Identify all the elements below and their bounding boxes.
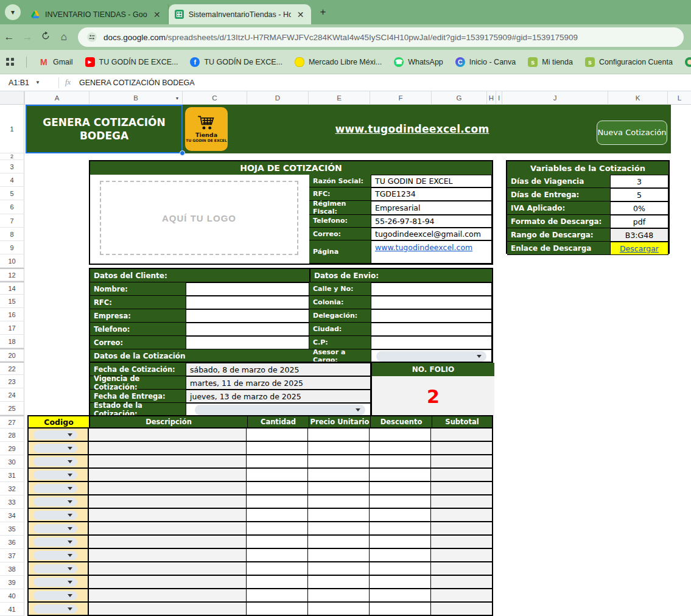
row-header-15[interactable]: 15 — [0, 295, 24, 308]
row-header-14[interactable]: 14 — [0, 281, 24, 295]
item-unit-price-cell[interactable] — [308, 536, 370, 548]
formula-input[interactable]: GENERA COTIZACIÓN BODEGA — [79, 79, 195, 87]
column-header-J[interactable]: J — [502, 91, 608, 105]
new-tab-button[interactable]: + — [315, 4, 331, 20]
item-unit-price-cell[interactable] — [308, 442, 370, 454]
item-unit-price-cell[interactable] — [308, 482, 370, 494]
item-unit-price-cell[interactable] — [308, 509, 370, 521]
item-description-cell[interactable] — [89, 482, 247, 494]
item-quantity-cell[interactable] — [247, 549, 308, 561]
website-link[interactable]: www.tugodindeexcel.com — [335, 123, 489, 135]
variable-value[interactable]: Descargar — [610, 242, 668, 255]
item-description-cell[interactable] — [89, 442, 247, 454]
bookmark-mercado-libre-m-xi-[interactable]: Mercado Libre Méxi... — [295, 57, 382, 67]
bookmark-tu-godin-de[interactable]: TU GODIN DE — [685, 57, 691, 67]
column-header-B[interactable]: B▾ — [89, 91, 182, 105]
fill-handle[interactable] — [180, 150, 185, 156]
download-link[interactable]: Descargar — [620, 244, 659, 253]
address-bar[interactable]: docs.google.com/spreadsheets/d/13ItzU-H7… — [78, 27, 684, 47]
item-code-dropdown[interactable] — [33, 604, 77, 614]
row-header-27[interactable]: 27 — [0, 415, 24, 429]
row-header-37[interactable]: 37 — [0, 549, 24, 562]
item-discount-cell[interactable] — [370, 495, 431, 508]
apps-grid-icon[interactable] — [6, 58, 14, 66]
item-description-cell[interactable] — [89, 522, 247, 534]
column-header-A[interactable]: A — [24, 91, 89, 105]
column-header-I[interactable]: I — [496, 91, 502, 105]
item-code-dropdown[interactable] — [33, 564, 77, 573]
shipping-field-input[interactable] — [371, 282, 492, 296]
item-code-dropdown[interactable] — [33, 591, 77, 600]
row-header-38[interactable]: 38 — [0, 562, 24, 576]
tab-search-button[interactable]: ▾ — [5, 4, 21, 20]
column-header-D[interactable]: D — [247, 91, 308, 105]
row-header-24[interactable]: 24 — [0, 388, 24, 402]
bookmark-mi-tienda[interactable]: sMi tienda — [528, 57, 573, 67]
item-quantity-cell[interactable] — [247, 562, 308, 575]
item-code-dropdown[interactable] — [33, 471, 77, 480]
item-discount-cell[interactable] — [370, 429, 431, 441]
row-header-29[interactable]: 29 — [0, 442, 24, 455]
item-discount-cell[interactable] — [370, 522, 431, 534]
new-quote-button[interactable]: Nueva Cotización — [597, 121, 667, 145]
item-code-dropdown[interactable] — [33, 578, 77, 587]
item-discount-cell[interactable] — [370, 482, 431, 494]
item-discount-cell[interactable] — [370, 603, 431, 615]
item-quantity-cell[interactable] — [247, 589, 308, 601]
row-header-41[interactable]: 41 — [0, 603, 24, 616]
item-discount-cell[interactable] — [370, 589, 431, 601]
close-icon[interactable]: ✕ — [152, 10, 162, 19]
item-unit-price-cell[interactable] — [308, 522, 370, 534]
item-discount-cell[interactable] — [370, 562, 431, 575]
row-header-10[interactable]: 10 — [0, 254, 24, 268]
column-header-F[interactable]: F — [370, 91, 431, 105]
item-description-cell[interactable] — [89, 469, 247, 481]
item-unit-price-cell[interactable] — [308, 455, 370, 467]
row-header-1[interactable]: 1 — [0, 105, 24, 153]
browser-tab-sheets[interactable]: SistemaInventarioTiendas - Hoja ✕ — [169, 4, 312, 24]
item-quantity-cell[interactable] — [247, 522, 308, 534]
column-header-L[interactable]: L — [667, 91, 691, 105]
shipping-field-input[interactable] — [371, 296, 492, 309]
row-header-18[interactable]: 18 — [0, 335, 24, 348]
status-dropdown[interactable] — [195, 405, 365, 415]
row-header-12[interactable]: 12 — [0, 268, 24, 281]
client-field-input[interactable] — [186, 282, 309, 296]
row-header-20[interactable]: 20 — [0, 348, 24, 362]
client-field-input[interactable] — [186, 336, 309, 349]
column-header-E[interactable]: E — [308, 91, 370, 105]
item-description-cell[interactable] — [89, 603, 247, 615]
back-button[interactable]: ← — [0, 31, 18, 43]
row-header-39[interactable]: 39 — [0, 576, 24, 589]
logo-placeholder[interactable]: AQUÍ TU LOGO — [100, 181, 298, 255]
row-header-17[interactable]: 17 — [0, 321, 24, 335]
browser-tab-drive[interactable]: INVENTARIO TIENDAS - Google ✕ — [24, 4, 169, 24]
item-quantity-cell[interactable] — [247, 455, 308, 467]
row-header-3[interactable]: 3 — [0, 160, 24, 173]
item-description-cell[interactable] — [89, 455, 247, 467]
row-header-7[interactable]: 7 — [0, 214, 24, 228]
column-header-H[interactable]: H — [486, 91, 496, 105]
row-header-22[interactable]: 22 — [0, 362, 24, 375]
row-header-23[interactable]: 23 — [0, 375, 24, 388]
item-quantity-cell[interactable] — [247, 469, 308, 481]
item-description-cell[interactable] — [89, 536, 247, 548]
row-header-31[interactable]: 31 — [0, 469, 24, 482]
shipping-field-input[interactable] — [371, 323, 492, 336]
item-discount-cell[interactable] — [370, 549, 431, 561]
reload-button[interactable] — [37, 31, 55, 44]
item-quantity-cell[interactable] — [247, 495, 308, 508]
row-header-2[interactable]: 2 — [0, 153, 24, 160]
item-code-dropdown[interactable] — [33, 457, 77, 466]
row-header-32[interactable]: 32 — [0, 482, 24, 495]
item-quantity-cell[interactable] — [247, 576, 308, 588]
shipping-field-input[interactable] — [371, 336, 492, 349]
item-description-cell[interactable] — [89, 429, 247, 441]
item-unit-price-cell[interactable] — [308, 589, 370, 601]
client-field-input[interactable] — [186, 296, 309, 309]
column-header-C[interactable]: C — [182, 91, 247, 105]
bookmark-gmail[interactable]: MGmail — [39, 57, 73, 67]
close-icon[interactable]: ✕ — [296, 10, 306, 19]
item-unit-price-cell[interactable] — [308, 429, 370, 441]
item-description-cell[interactable] — [89, 509, 247, 521]
